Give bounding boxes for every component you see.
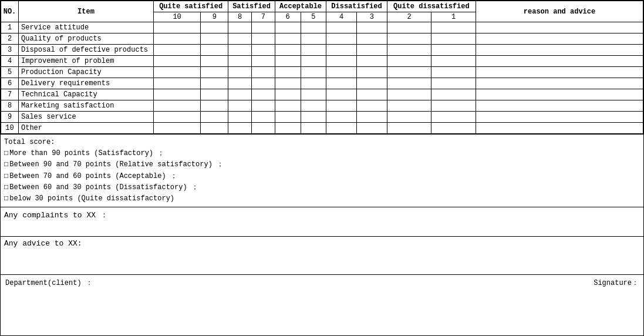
cell[interactable] <box>201 22 228 33</box>
cell[interactable] <box>387 56 431 67</box>
reason-cell[interactable] <box>476 67 643 78</box>
cell[interactable] <box>326 100 357 112</box>
reason-cell[interactable] <box>476 112 643 123</box>
cell[interactable] <box>301 100 326 112</box>
cell[interactable] <box>275 78 301 89</box>
cell[interactable] <box>154 78 201 89</box>
cell[interactable] <box>252 100 275 112</box>
reason-cell[interactable] <box>476 89 643 100</box>
cell[interactable] <box>201 78 228 89</box>
cell[interactable] <box>431 78 476 89</box>
cell[interactable] <box>154 56 201 67</box>
cell[interactable] <box>201 33 228 45</box>
score-option-3[interactable]: Between 70 and 60 points (Acceptable) ； <box>4 171 640 182</box>
cell[interactable] <box>154 45 201 56</box>
cell[interactable] <box>201 123 228 134</box>
cell[interactable] <box>252 67 275 78</box>
cell[interactable] <box>275 123 301 134</box>
cell[interactable] <box>326 89 357 100</box>
cell[interactable] <box>431 100 476 112</box>
cell[interactable] <box>356 56 387 67</box>
cell[interactable] <box>431 22 476 33</box>
cell[interactable] <box>275 45 301 56</box>
cell[interactable] <box>154 67 201 78</box>
cell[interactable] <box>356 78 387 89</box>
cell[interactable] <box>301 22 326 33</box>
cell[interactable] <box>431 45 476 56</box>
cell[interactable] <box>431 112 476 123</box>
reason-cell[interactable] <box>476 78 643 89</box>
cell[interactable] <box>201 56 228 67</box>
cell[interactable] <box>228 56 252 67</box>
cell[interactable] <box>431 123 476 134</box>
cell[interactable] <box>228 67 252 78</box>
cell[interactable] <box>201 112 228 123</box>
cell[interactable] <box>387 123 431 134</box>
cell[interactable] <box>201 45 228 56</box>
cell[interactable] <box>252 89 275 100</box>
cell[interactable] <box>275 100 301 112</box>
cell[interactable] <box>275 22 301 33</box>
cell[interactable] <box>326 67 357 78</box>
cell[interactable] <box>154 112 201 123</box>
cell[interactable] <box>326 78 357 89</box>
cell[interactable] <box>301 123 326 134</box>
cell[interactable] <box>387 100 431 112</box>
cell[interactable] <box>252 22 275 33</box>
score-option-5[interactable]: below 30 points (Quite dissatisfactory) <box>4 193 640 204</box>
cell[interactable] <box>301 56 326 67</box>
cell[interactable] <box>326 123 357 134</box>
cell[interactable] <box>387 89 431 100</box>
cell[interactable] <box>154 22 201 33</box>
cell[interactable] <box>252 112 275 123</box>
cell[interactable] <box>387 67 431 78</box>
cell[interactable] <box>154 123 201 134</box>
cell[interactable] <box>228 22 252 33</box>
cell[interactable] <box>431 33 476 45</box>
cell[interactable] <box>252 78 275 89</box>
reason-cell[interactable] <box>476 45 643 56</box>
cell[interactable] <box>356 100 387 112</box>
cell[interactable] <box>387 45 431 56</box>
reason-cell[interactable] <box>476 33 643 45</box>
cell[interactable] <box>228 123 252 134</box>
cell[interactable] <box>275 33 301 45</box>
cell[interactable] <box>228 78 252 89</box>
cell[interactable] <box>275 67 301 78</box>
reason-cell[interactable] <box>476 22 643 33</box>
cell[interactable] <box>252 33 275 45</box>
cell[interactable] <box>228 100 252 112</box>
cell[interactable] <box>275 112 301 123</box>
cell[interactable] <box>201 100 228 112</box>
cell[interactable] <box>356 67 387 78</box>
cell[interactable] <box>387 112 431 123</box>
cell[interactable] <box>431 89 476 100</box>
cell[interactable] <box>356 33 387 45</box>
cell[interactable] <box>431 56 476 67</box>
cell[interactable] <box>301 89 326 100</box>
cell[interactable] <box>252 56 275 67</box>
reason-cell[interactable] <box>476 56 643 67</box>
cell[interactable] <box>387 78 431 89</box>
cell[interactable] <box>326 33 357 45</box>
cell[interactable] <box>326 112 357 123</box>
cell[interactable] <box>252 45 275 56</box>
cell[interactable] <box>326 22 357 33</box>
cell[interactable] <box>387 33 431 45</box>
cell[interactable] <box>431 67 476 78</box>
reason-cell[interactable] <box>476 100 643 112</box>
cell[interactable] <box>201 89 228 100</box>
cell[interactable] <box>387 22 431 33</box>
cell[interactable] <box>301 112 326 123</box>
cell[interactable] <box>275 56 301 67</box>
cell[interactable] <box>301 67 326 78</box>
cell[interactable] <box>301 78 326 89</box>
cell[interactable] <box>326 56 357 67</box>
cell[interactable] <box>356 112 387 123</box>
cell[interactable] <box>228 112 252 123</box>
cell[interactable] <box>201 67 228 78</box>
score-option-1[interactable]: More than 90 points (Satisfactory) ； <box>4 148 640 159</box>
cell[interactable] <box>154 100 201 112</box>
cell[interactable] <box>301 33 326 45</box>
cell[interactable] <box>356 22 387 33</box>
